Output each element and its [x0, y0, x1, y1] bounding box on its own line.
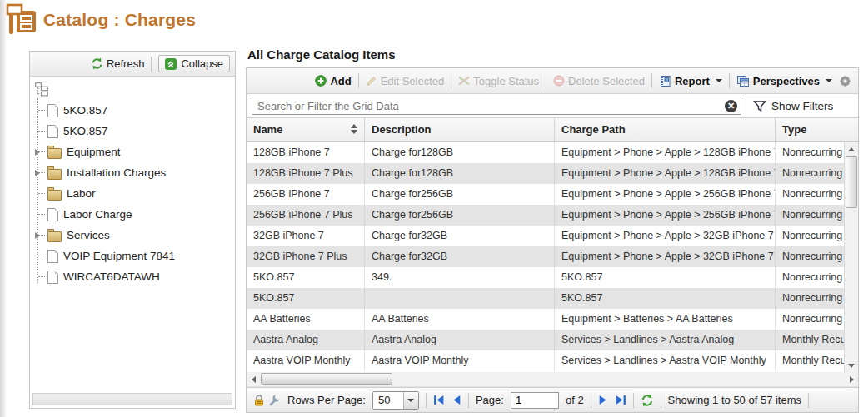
- cell-description: 349.: [365, 267, 555, 288]
- grid-refresh-button[interactable]: [641, 394, 654, 407]
- file-icon: [47, 250, 58, 263]
- cell-description: Charge for128GB: [365, 163, 555, 184]
- chevron-down-icon: [403, 392, 418, 409]
- sort-icon[interactable]: [351, 124, 357, 134]
- expand-arrow-icon[interactable]: [35, 170, 42, 176]
- refresh-button[interactable]: Refresh: [91, 57, 145, 70]
- cell-name: 256GB iPhone 7 Plus: [247, 205, 365, 226]
- tree-item[interactable]: WIRCAT6DATAWH: [33, 266, 235, 287]
- cell-name: 32GB iPhone 7 Plus: [247, 246, 365, 267]
- tree-item[interactable]: 5KO.857: [33, 121, 235, 141]
- tree-item[interactable]: Services: [33, 225, 235, 246]
- sidebar-toolbar: Refresh Collapse: [30, 52, 235, 77]
- table-row[interactable]: 32GB iPhone 7 Plus Charge for32GB Equipm…: [247, 246, 844, 267]
- last-page-button[interactable]: [615, 395, 626, 405]
- cell-type: Nonrecurring: [776, 163, 844, 184]
- table-row[interactable]: 256GB iPhone 7 Plus Charge for256GB Equi…: [247, 205, 844, 226]
- tree-item-label: Labor Charge: [63, 208, 132, 221]
- report-menu-button[interactable]: Report: [659, 75, 722, 87]
- show-filters-button[interactable]: Show Filters: [753, 100, 833, 112]
- cell-name: Aastra VOIP Monthly: [247, 350, 365, 371]
- cell-name: 5KO.857: [247, 288, 365, 309]
- table-row[interactable]: 256GB iPhone 7 Charge for256GB Equipment…: [247, 184, 844, 205]
- table-row[interactable]: 128GB iPhone 7 Plus Charge for128GB Equi…: [247, 163, 844, 184]
- vertical-scrollbar[interactable]: [844, 142, 858, 372]
- lock-icon[interactable]: [253, 394, 265, 407]
- tree-item[interactable]: Labor Charge: [33, 204, 235, 225]
- vertical-scroll-thumb[interactable]: [846, 156, 857, 208]
- scroll-up-icon[interactable]: [845, 142, 858, 156]
- table-row[interactable]: Aastra VOIP Monthly Aastra VOIP Monthly …: [247, 350, 844, 371]
- dropdown-caret-icon: [716, 79, 722, 82]
- horizontal-scroll-thumb[interactable]: [261, 373, 392, 385]
- expand-arrow-icon[interactable]: [35, 149, 42, 156]
- scroll-right-icon[interactable]: [845, 372, 858, 386]
- table-header: Name Description Charge Path Type: [247, 118, 858, 142]
- search-input[interactable]: [252, 100, 725, 112]
- toggle-status-icon: [458, 75, 470, 87]
- scroll-left-icon[interactable]: [247, 372, 260, 386]
- page-label: Page:: [476, 394, 504, 406]
- separator: [591, 393, 591, 408]
- pencil-icon: [366, 75, 377, 87]
- toggle-status-button[interactable]: Toggle Status: [458, 75, 539, 87]
- cell-description: Charge for256GB: [365, 184, 555, 205]
- first-page-icon: [433, 395, 445, 405]
- table-row[interactable]: Aastra Analog Aastra Analog Services > L…: [247, 330, 844, 350]
- edit-selected-button[interactable]: Edit Selected: [366, 75, 445, 87]
- table-row[interactable]: AA Batteries AA Batteries Equipment > Ba…: [247, 309, 844, 330]
- grid-title: All Charge Catalog Items: [247, 47, 396, 62]
- folder-icon: [47, 148, 62, 159]
- tree-item[interactable]: Equipment: [33, 141, 235, 162]
- cell-charge-path: Equipment > Phone > Apple > 256GB iPhone…: [555, 184, 776, 205]
- table-row[interactable]: 5KO.857 349. 5KO.857 Nonrecurring: [247, 267, 844, 288]
- cell-name: 5KO.857: [247, 267, 365, 288]
- page-title: Catalog : Charges: [43, 10, 196, 30]
- horizontal-scrollbar[interactable]: [247, 372, 858, 387]
- wrench-icon[interactable]: [268, 394, 281, 406]
- next-page-button[interactable]: [598, 395, 608, 405]
- tree-item[interactable]: VOIP Equipment 7841: [33, 246, 235, 266]
- rows-per-page-select[interactable]: 50: [372, 391, 419, 410]
- catalog-icon: [6, 3, 37, 37]
- cell-charge-path: 5KO.857: [555, 267, 776, 288]
- column-header-name[interactable]: Name: [247, 118, 365, 141]
- cell-type: Nonrecurring: [776, 226, 844, 246]
- column-header-description[interactable]: Description: [365, 118, 555, 141]
- scroll-down-icon[interactable]: [845, 359, 858, 372]
- collapse-label: Collapse: [181, 57, 223, 70]
- column-header-charge-path[interactable]: Charge Path: [555, 118, 776, 141]
- tree-item-label: WIRCAT6DATAWH: [63, 271, 160, 283]
- previous-page-button[interactable]: [451, 395, 461, 405]
- table-row[interactable]: 5KO.857 5KO.857 Nonrecurring: [247, 288, 844, 309]
- folder-icon: [47, 190, 62, 201]
- delete-selected-button[interactable]: Delete Selected: [553, 75, 645, 87]
- tree-item-label: Equipment: [67, 146, 121, 158]
- search-box: ✕: [252, 97, 741, 115]
- first-page-button[interactable]: [433, 395, 445, 405]
- file-icon: [47, 208, 58, 221]
- page-number-input[interactable]: [511, 392, 559, 409]
- perspectives-menu-button[interactable]: Perspectives: [736, 75, 832, 87]
- cell-name: 128GB iPhone 7 Plus: [247, 163, 365, 184]
- page-header: Catalog : Charges: [6, 3, 196, 37]
- add-button[interactable]: Add: [315, 75, 351, 87]
- sidebar-resize-bar[interactable]: [32, 393, 232, 405]
- cell-type: Nonrecurring: [776, 246, 844, 267]
- cell-name: 128GB iPhone 7: [247, 142, 365, 163]
- separator: [468, 393, 469, 408]
- tree-item[interactable]: Labor: [33, 183, 235, 204]
- collapse-button[interactable]: Collapse: [158, 55, 230, 72]
- clear-search-icon[interactable]: ✕: [725, 100, 737, 112]
- column-header-type[interactable]: Type: [776, 118, 858, 141]
- separator: [358, 73, 359, 88]
- report-icon: [659, 75, 671, 87]
- tree-item[interactable]: 5KO.857: [33, 100, 235, 121]
- cell-description: [365, 288, 555, 309]
- tree-item-label: Labor: [67, 187, 96, 200]
- tree-item[interactable]: Installation Charges: [33, 162, 235, 183]
- table-row[interactable]: 32GB iPhone 7 Charge for32GB Equipment >…: [247, 226, 844, 246]
- expand-arrow-icon[interactable]: [35, 232, 42, 239]
- table-row[interactable]: 128GB iPhone 7 Charge for128GB Equipment…: [247, 142, 844, 163]
- grid-settings-button[interactable]: [839, 75, 851, 87]
